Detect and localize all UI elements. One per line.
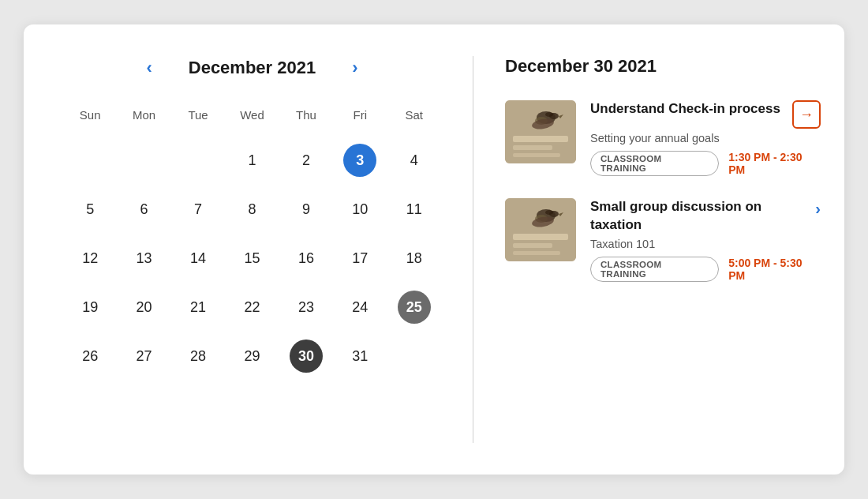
- calendar-day[interactable]: 17: [333, 234, 387, 283]
- svg-rect-3: [513, 153, 560, 157]
- calendar-day[interactable]: 10: [333, 185, 387, 234]
- calendar-day[interactable]: 25: [387, 283, 441, 332]
- empty-cell: [63, 136, 117, 185]
- weekday-header: Sun: [63, 108, 117, 136]
- weekday-header: Thu: [279, 108, 333, 136]
- calendar-day[interactable]: 3: [333, 136, 387, 185]
- calendar-day[interactable]: 7: [171, 185, 225, 234]
- svg-rect-11: [513, 234, 568, 240]
- events-list: Understand Check-in process→Setting your…: [505, 100, 821, 282]
- weekday-header: Tue: [171, 108, 225, 136]
- calendar-day[interactable]: 28: [171, 332, 225, 381]
- event-time: 1:30 PM - 2:30 PM: [728, 151, 821, 176]
- weekday-header: Wed: [225, 108, 279, 136]
- calendar-day[interactable]: 21: [171, 283, 225, 332]
- event-badge: CLASSROOM TRAINING: [590, 151, 719, 176]
- svg-point-9: [545, 112, 553, 117]
- calendar-day[interactable]: 9: [279, 185, 333, 234]
- calendar-day[interactable]: 22: [225, 283, 279, 332]
- calendar-title: December 2021: [189, 58, 316, 78]
- events-section: December 30 2021 Understand Check-in pro…: [473, 56, 821, 443]
- calendar-header: ‹ December 2021 ›: [63, 56, 441, 80]
- event-thumbnail: [505, 100, 576, 163]
- calendar-day[interactable]: 13: [117, 234, 170, 283]
- calendar-day[interactable]: 16: [279, 234, 333, 283]
- next-month-button[interactable]: ›: [344, 56, 365, 80]
- calendar-day[interactable]: 1: [225, 136, 279, 185]
- calendar-day[interactable]: 14: [171, 234, 225, 283]
- event-nav-box-arrow-icon[interactable]: →: [792, 100, 821, 129]
- calendar-grid: SunMonTueWedThuFriSat 123456789101112131…: [63, 108, 441, 381]
- calendar-day[interactable]: 15: [225, 234, 279, 283]
- empty-cell: [387, 332, 441, 381]
- svg-rect-12: [513, 243, 552, 248]
- calendar-day[interactable]: 30: [279, 332, 333, 381]
- event-badge: CLASSROOM TRAINING: [590, 257, 719, 282]
- event-time: 5:00 PM - 5:30 PM: [728, 257, 821, 282]
- weekday-header: Fri: [333, 108, 387, 136]
- prev-month-button[interactable]: ‹: [138, 56, 159, 80]
- calendar-day[interactable]: 29: [225, 332, 279, 381]
- event-subtitle: Setting your annual goals: [590, 132, 821, 144]
- event-card: Small group discussion on taxation›Taxat…: [505, 198, 821, 282]
- calendar-day[interactable]: 12: [63, 234, 117, 283]
- calendar-day[interactable]: 4: [387, 136, 441, 185]
- calendar-day[interactable]: 11: [387, 185, 441, 234]
- weekday-header: Mon: [117, 108, 170, 136]
- event-card: Understand Check-in process→Setting your…: [505, 100, 821, 176]
- calendar-day[interactable]: 24: [333, 283, 387, 332]
- event-info: Understand Check-in process→Setting your…: [590, 100, 821, 176]
- calendar-day[interactable]: 5: [63, 185, 117, 234]
- svg-rect-13: [513, 251, 560, 255]
- main-card: ‹ December 2021 › SunMonTueWedThuFriSat …: [24, 24, 844, 475]
- calendar-day[interactable]: 6: [117, 185, 170, 234]
- calendar-section: ‹ December 2021 › SunMonTueWedThuFriSat …: [63, 56, 473, 443]
- event-title: Understand Check-in process: [590, 100, 786, 118]
- svg-rect-1: [513, 136, 568, 142]
- event-meta-row: CLASSROOM TRAINING5:00 PM - 5:30 PM: [590, 257, 821, 282]
- weekday-header: Sat: [387, 108, 441, 136]
- event-title: Small group discussion on taxation: [590, 198, 809, 234]
- event-info: Small group discussion on taxation›Taxat…: [590, 198, 821, 282]
- empty-cell: [171, 136, 225, 185]
- svg-rect-2: [513, 145, 552, 150]
- calendar-day[interactable]: 19: [63, 283, 117, 332]
- calendar-day[interactable]: 27: [117, 332, 170, 381]
- calendar-day[interactable]: 23: [279, 283, 333, 332]
- event-meta-row: CLASSROOM TRAINING1:30 PM - 2:30 PM: [590, 151, 821, 176]
- calendar-day[interactable]: 18: [387, 234, 441, 283]
- events-date-title: December 30 2021: [505, 56, 821, 77]
- empty-cell: [117, 136, 170, 185]
- calendar-day[interactable]: 8: [225, 185, 279, 234]
- event-thumbnail: [505, 198, 576, 261]
- calendar-day[interactable]: 26: [63, 332, 117, 381]
- svg-point-19: [545, 210, 553, 215]
- calendar-day[interactable]: 2: [279, 136, 333, 185]
- calendar-day[interactable]: 31: [333, 332, 387, 381]
- event-nav-chevron-icon[interactable]: ›: [815, 200, 821, 218]
- event-subtitle: Taxation 101: [590, 238, 821, 250]
- calendar-day[interactable]: 20: [117, 283, 170, 332]
